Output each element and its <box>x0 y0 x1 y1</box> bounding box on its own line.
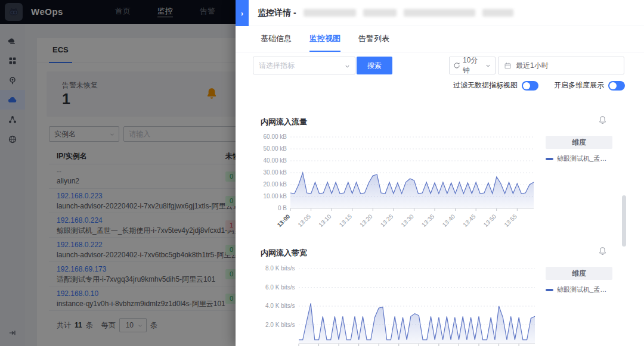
legend-header: 维度 <box>546 267 612 280</box>
legend-item[interactable]: 鲸眼测试机_孟世一_... <box>546 154 612 163</box>
svg-text:13:35: 13:35 <box>420 213 436 228</box>
svg-text:13:55: 13:55 <box>503 213 518 228</box>
switch-group: 开启多维度展示 <box>554 80 625 91</box>
svg-text:13:10: 13:10 <box>317 213 333 228</box>
drawer-tab[interactable]: 告警列表 <box>358 26 389 52</box>
drawer-tab[interactable]: 监控视图 <box>309 26 340 52</box>
svg-text:13:05: 13:05 <box>297 213 312 228</box>
chart-toolbar: 请选择指标 搜索 10分钟 最近1小时 <box>236 57 644 74</box>
drawer-tab[interactable]: 基础信息 <box>261 26 292 52</box>
svg-text:13:50: 13:50 <box>482 213 498 228</box>
refresh-icon <box>453 62 460 69</box>
toggle-switch[interactable] <box>608 81 625 91</box>
toggle-switch[interactable] <box>522 81 538 91</box>
metric-placeholder: 请选择指标 <box>259 61 295 70</box>
legend-series-name: 鲸眼测试机_孟世一_... <box>557 154 612 163</box>
chart-legend: 维度 鲸眼测试机_孟世一_... <box>546 267 612 294</box>
chevron-down-icon <box>485 63 491 69</box>
svg-text:13:25: 13:25 <box>379 213 395 228</box>
svg-text:2.0 K bits/s: 2.0 K bits/s <box>265 322 295 328</box>
calendar-icon <box>504 62 512 70</box>
refresh-interval-select[interactable]: 10分钟 <box>449 57 496 74</box>
svg-text:50.00 kB: 50.00 kB <box>264 145 287 152</box>
legend-header: 维度 <box>546 136 612 149</box>
drawer-mask[interactable] <box>0 0 236 346</box>
chart-intranet-inflow-traffic: 内网流入流量 60.00 kB50.00 kB40.00 kB30.00 kB2… <box>236 113 644 241</box>
svg-text:6.0 K bits/s: 6.0 K bits/s <box>265 284 295 291</box>
svg-text:8.0 K bits/s: 8.0 K bits/s <box>265 265 295 272</box>
redacted-text <box>482 9 513 17</box>
svg-text:4.0 K bits/s: 4.0 K bits/s <box>265 303 295 309</box>
metric-select[interactable]: 请选择指标 <box>253 57 355 74</box>
chart-plot-area: 60.00 kB50.00 kB40.00 kB30.00 kB20.00 kB… <box>261 131 543 239</box>
svg-text:10.00 kB: 10.00 kB <box>264 193 287 200</box>
search-button[interactable]: 搜索 <box>357 57 392 74</box>
drawer-title: 监控详情 - <box>258 8 296 18</box>
legend-item[interactable]: 鲸眼测试机_孟世一_... <box>546 285 612 294</box>
bell-icon[interactable] <box>598 247 607 255</box>
interval-value: 10分钟 <box>463 55 482 76</box>
drawer-scrollbar[interactable] <box>622 195 626 247</box>
chart-title: 内网流入流量 <box>261 117 307 127</box>
series-color-dash <box>546 158 553 160</box>
svg-text:40.00 kB: 40.00 kB <box>264 157 287 164</box>
svg-text:13:00: 13:00 <box>276 213 292 228</box>
switch-label: 过滤无数据指标视图 <box>453 80 518 91</box>
drawer-header: 监控详情 - <box>249 0 644 26</box>
svg-text:13:45: 13:45 <box>462 213 477 228</box>
svg-text:13:15: 13:15 <box>338 213 354 228</box>
chart-legend: 维度 鲸眼测试机_孟世一_... <box>546 136 612 163</box>
svg-text:30.00 kB: 30.00 kB <box>264 169 287 176</box>
chart-plot-area: 8.0 K bits/s6.0 K bits/s4.0 K bits/s2.0 … <box>261 262 543 346</box>
redacted-text <box>363 9 397 17</box>
chart-intranet-inflow-bandwidth: 内网流入带宽 8.0 K bits/s6.0 K bits/s4.0 K bit… <box>236 244 644 346</box>
series-color-dash <box>546 289 553 291</box>
svg-text:0 B: 0 B <box>278 205 287 211</box>
monitor-detail-drawer: › 监控详情 - 基础信息监控视图告警列表 请选择指标 搜索 10分钟 最近1小… <box>236 0 644 346</box>
chart-title: 内网流入带宽 <box>261 248 307 258</box>
time-range-picker[interactable]: 最近1小时 <box>498 57 624 74</box>
bell-icon[interactable] <box>598 116 607 124</box>
switch-label: 开启多维度展示 <box>554 80 604 91</box>
svg-text:20.00 kB: 20.00 kB <box>264 181 287 188</box>
switch-group: 过滤无数据指标视图 <box>453 80 538 91</box>
chevron-down-icon <box>344 63 351 70</box>
weops-app: WeOps 首页监控告警 ECS 告警未恢复 1 实例名 <box>0 0 644 346</box>
time-range-value: 最近1小时 <box>516 61 549 71</box>
svg-text:60.00 kB: 60.00 kB <box>264 133 287 140</box>
legend-series-name: 鲸眼测试机_孟世一_... <box>557 285 612 294</box>
svg-text:13:30: 13:30 <box>400 213 415 228</box>
redacted-text <box>304 9 356 17</box>
svg-text:13:40: 13:40 <box>441 213 457 228</box>
drawer-collapse-button[interactable]: › <box>236 0 249 26</box>
redacted-text <box>404 9 475 17</box>
svg-text:13:20: 13:20 <box>358 213 374 228</box>
